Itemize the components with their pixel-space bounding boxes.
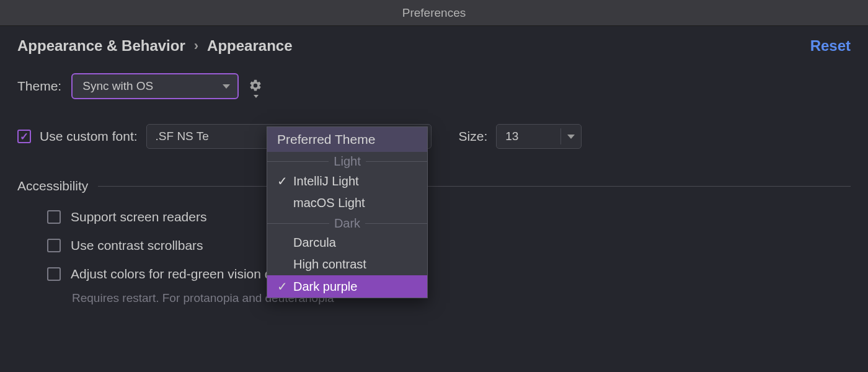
window-title: Preferences: [402, 6, 466, 20]
theme-option-dark-purple[interactable]: ✓ Dark purple: [267, 275, 427, 298]
breadcrumb-current: Appearance: [207, 37, 292, 55]
screen-readers-label: Support screen readers: [71, 210, 206, 224]
breadcrumb-parent[interactable]: Appearance & Behavior: [17, 37, 185, 55]
font-size-dropdown[interactable]: 13: [496, 124, 582, 149]
check-icon: ✓: [276, 279, 288, 294]
screen-readers-checkbox[interactable]: [47, 210, 61, 224]
theme-dropdown[interactable]: Sync with OS: [71, 73, 239, 99]
use-custom-font-label: Use custom font:: [40, 129, 138, 144]
font-family-value: .SF NS Te: [156, 130, 209, 143]
chevron-right-icon: ›: [194, 38, 198, 54]
theme-option-darcula[interactable]: Darcula: [267, 232, 427, 254]
font-size-label: Size:: [459, 129, 488, 144]
color-deficiency-checkbox[interactable]: [47, 267, 61, 281]
popup-group-light: Light: [267, 152, 427, 170]
preferred-theme-popup: Preferred Theme Light ✓ IntelliJ Light m…: [267, 126, 428, 298]
theme-label: Theme:: [17, 79, 61, 94]
color-deficiency-hint: Requires restart. For protanopia and deu…: [72, 291, 851, 305]
check-icon: ✓: [276, 174, 288, 188]
reset-link[interactable]: Reset: [810, 37, 851, 55]
window-titlebar: Preferences: [0, 0, 868, 26]
accessibility-section-label: Accessibility: [17, 179, 88, 193]
theme-option-intellij-light[interactable]: ✓ IntelliJ Light: [267, 170, 427, 192]
contrast-scrollbars-checkbox[interactable]: [47, 239, 61, 252]
theme-dropdown-value: Sync with OS: [82, 79, 153, 93]
contrast-scrollbars-label: Use contrast scrollbars: [71, 238, 203, 253]
popup-header: Preferred Theme: [267, 127, 427, 152]
chevron-down-icon: [567, 135, 575, 139]
breadcrumb: Appearance & Behavior › Appearance: [17, 37, 851, 55]
divider: [98, 186, 851, 187]
gear-icon[interactable]: [249, 79, 264, 94]
theme-option-macos-light[interactable]: macOS Light: [267, 192, 427, 214]
theme-option-high-contrast[interactable]: High contrast: [267, 254, 427, 275]
font-size-value: 13: [505, 130, 518, 143]
popup-group-dark: Dark: [267, 214, 427, 232]
use-custom-font-checkbox[interactable]: [17, 130, 31, 143]
chevron-down-icon: [223, 84, 230, 89]
